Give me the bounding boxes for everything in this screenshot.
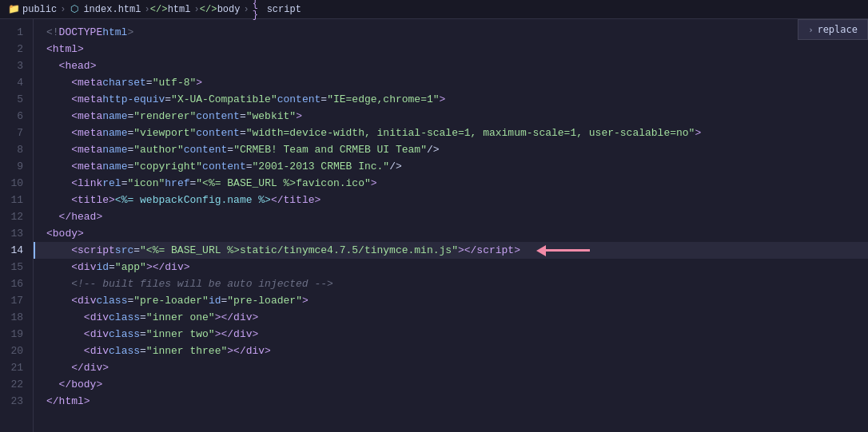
line-numbers: 1 2 3 4 5 6 7 8 9 10 11 12 13 14 15 16 1… <box>0 19 34 432</box>
line-num-18: 18 <box>0 309 33 326</box>
code-line-2: <html> <box>34 41 868 57</box>
code-line-6: <meta name="renderer" content="webkit"> <box>34 108 868 125</box>
line-num-2: 2 <box>0 41 33 57</box>
code-line-21: </div> <box>34 359 868 376</box>
line-num-22: 22 <box>0 376 33 393</box>
breadcrumb-body-tag[interactable]: body <box>217 4 241 15</box>
line-num-5: 5 <box>0 91 33 108</box>
line-num-19: 19 <box>0 326 33 343</box>
code-line-5: <meta http-equiv="X-UA-Compatible" conte… <box>34 91 868 108</box>
code-line-22: </body> <box>34 376 868 393</box>
line-num-14: 14 <box>0 242 33 259</box>
code-line-11: <title><%= webpackConfig.name %></title> <box>34 192 868 208</box>
code-line-8: <meta name="author" content="CRMEB! Team… <box>34 141 868 158</box>
code-line-13: <body> <box>34 225 868 242</box>
breadcrumb-bar: 📁 public › ⬡ index.html › </> html › </>… <box>0 0 868 19</box>
breadcrumb-public[interactable]: public <box>22 4 57 15</box>
line-num-13: 13 <box>0 225 33 242</box>
line-num-8: 8 <box>0 141 33 158</box>
arrow-body <box>546 249 590 252</box>
breadcrumb-tag-icon-2: </> <box>203 4 214 15</box>
editor-area: 1 2 3 4 5 6 7 8 9 10 11 12 13 14 15 16 1… <box>0 19 868 432</box>
code-line-18: <div class="inner one"></div> <box>34 309 868 326</box>
chevron-right-icon: › <box>808 26 813 34</box>
arrow-indicator <box>536 245 590 256</box>
replace-label: replace <box>817 24 858 35</box>
code-line-14: <script src="<%= BASE_URL %>static/tinym… <box>34 242 868 259</box>
code-line-20: <div class="inner three"></div> <box>34 343 868 359</box>
line-num-16: 16 <box>0 275 33 292</box>
line-num-15: 15 <box>0 259 33 275</box>
breadcrumb-sep-3: › <box>193 4 199 15</box>
code-line-15: <div id="app"></div> <box>34 259 868 275</box>
line-num-9: 9 <box>0 158 33 175</box>
line-num-3: 3 <box>0 57 33 74</box>
code-line-3: <head> <box>34 57 868 74</box>
code-line-4: <meta charset="utf-8"> <box>34 74 868 91</box>
breadcrumb-code-icon: { } <box>253 4 264 15</box>
line-num-6: 6 <box>0 108 33 125</box>
replace-button[interactable]: › replace <box>798 19 868 40</box>
breadcrumb-sep-1: › <box>60 4 66 15</box>
line-num-1: 1 <box>0 24 33 41</box>
code-line-10: <link rel="icon" href="<%= BASE_URL %>fa… <box>34 175 868 192</box>
line-num-7: 7 <box>0 125 33 141</box>
code-line-19: <div class="inner two"></div> <box>34 326 868 343</box>
breadcrumb-html-tag[interactable]: html <box>168 4 191 15</box>
breadcrumb-script-tag[interactable]: script <box>267 4 301 15</box>
breadcrumb-index-html[interactable]: index.html <box>83 4 141 15</box>
breadcrumb-folder-icon: 📁 <box>8 4 19 15</box>
code-line-17: <div class="pre-loader" id="pre-loader"> <box>34 292 868 309</box>
code-content[interactable]: <!DOCTYPE html> <html> <head> <meta char… <box>34 19 868 432</box>
code-line-9: <meta name="copyright" content="2001-201… <box>34 158 868 175</box>
breadcrumb-sep-2: › <box>144 4 149 15</box>
code-line-16: <!-- built files will be auto injected -… <box>34 275 868 292</box>
arrow-head-left <box>536 245 546 256</box>
line-num-11: 11 <box>0 192 33 208</box>
breadcrumb-html-icon: ⬡ <box>69 4 80 15</box>
code-line-12: </head> <box>34 208 868 225</box>
code-line-23: </html> <box>34 393 868 410</box>
code-line-7: <meta name="viewport" content="width=dev… <box>34 125 868 141</box>
line-num-21: 21 <box>0 359 33 376</box>
line-num-4: 4 <box>0 74 33 91</box>
code-line-1: <!DOCTYPE html> <box>34 24 868 41</box>
line-num-12: 12 <box>0 208 33 225</box>
line-num-23: 23 <box>0 393 33 410</box>
breadcrumb-tag-icon-1: </> <box>153 4 165 15</box>
line-num-10: 10 <box>0 175 33 192</box>
line-num-20: 20 <box>0 343 33 359</box>
line-num-17: 17 <box>0 292 33 309</box>
breadcrumb-sep-4: › <box>243 4 249 15</box>
